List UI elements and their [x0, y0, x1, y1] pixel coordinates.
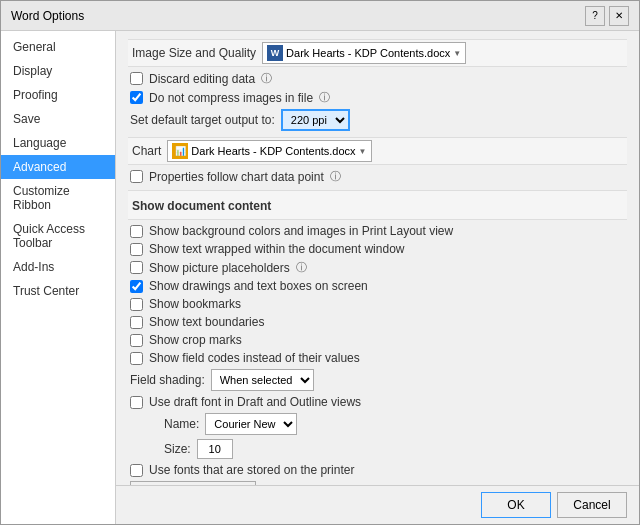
chart-doc-name: Dark Hearts - KDP Contents.docx: [191, 145, 355, 157]
discard-editing-row: Discard editing data ⓘ: [128, 71, 627, 86]
no-compress-info-icon: ⓘ: [319, 90, 330, 105]
dialog-title: Word Options: [11, 9, 84, 23]
show-placeholders-info-icon: ⓘ: [296, 260, 307, 275]
no-compress-checkbox[interactable]: [130, 91, 143, 104]
image-size-quality-group: Discard editing data ⓘ Do not compress i…: [128, 71, 627, 131]
content-scroll: Image Size and Quality W Dark Hearts - K…: [116, 31, 639, 485]
properties-follow-label: Properties follow chart data point: [149, 170, 324, 184]
field-shading-label: Field shading:: [130, 373, 205, 387]
word-options-dialog: Word Options ? ✕ General Display Proofin…: [0, 0, 640, 525]
show-placeholders-checkbox[interactable]: [130, 261, 143, 274]
show-doc-content-group: Show background colors and images in Pri…: [128, 224, 627, 485]
chart-header: Chart 📊 Dark Hearts - KDP Contents.docx …: [128, 137, 627, 165]
sidebar-item-add-ins[interactable]: Add-Ins: [1, 255, 115, 279]
dialog-footer: OK Cancel: [116, 485, 639, 524]
sidebar-item-save[interactable]: Save: [1, 107, 115, 131]
image-size-doc-dropdown[interactable]: W Dark Hearts - KDP Contents.docx ▼: [262, 42, 466, 64]
properties-info-icon: ⓘ: [330, 169, 341, 184]
show-drawings-checkbox[interactable]: [130, 280, 143, 293]
use-draft-font-checkbox[interactable]: [130, 396, 143, 409]
discard-editing-label: Discard editing data: [149, 72, 255, 86]
chart-doc-dropdown[interactable]: 📊 Dark Hearts - KDP Contents.docx ▼: [167, 140, 371, 162]
show-text-boundaries-label: Show text boundaries: [149, 315, 264, 329]
title-bar: Word Options ? ✕: [1, 1, 639, 31]
show-doc-content-label: Show document content: [132, 199, 271, 213]
show-drawings-label: Show drawings and text boxes on screen: [149, 279, 368, 293]
image-size-doc-name: Dark Hearts - KDP Contents.docx: [286, 47, 450, 59]
show-doc-content-header: Show document content: [128, 190, 627, 220]
properties-follow-checkbox[interactable]: [130, 170, 143, 183]
show-wrapped-row: Show text wrapped within the document wi…: [128, 242, 627, 256]
show-text-boundaries-row: Show text boundaries: [128, 315, 627, 329]
sidebar-item-proofing[interactable]: Proofing: [1, 83, 115, 107]
chart-section-label: Chart: [132, 144, 161, 158]
show-crop-marks-row: Show crop marks: [128, 333, 627, 347]
properties-follow-row: Properties follow chart data point ⓘ: [128, 169, 627, 184]
use-printer-fonts-label: Use fonts that are stored on the printer: [149, 463, 354, 477]
default-target-row: Set default target output to: 220 ppi 15…: [128, 109, 627, 131]
font-name-row: Name: Courier New: [128, 413, 627, 435]
show-bookmarks-label: Show bookmarks: [149, 297, 241, 311]
show-bookmarks-row: Show bookmarks: [128, 297, 627, 311]
chart-group: Properties follow chart data point ⓘ: [128, 169, 627, 184]
show-crop-marks-checkbox[interactable]: [130, 334, 143, 347]
sidebar-item-language[interactable]: Language: [1, 131, 115, 155]
show-crop-marks-label: Show crop marks: [149, 333, 242, 347]
show-placeholders-label: Show picture placeholders: [149, 261, 290, 275]
sidebar-item-general[interactable]: General: [1, 35, 115, 59]
help-button[interactable]: ?: [585, 6, 605, 26]
sidebar-item-trust-center[interactable]: Trust Center: [1, 279, 115, 303]
sidebar-item-customize-ribbon[interactable]: Customize Ribbon: [1, 179, 115, 217]
image-size-quality-header: Image Size and Quality W Dark Hearts - K…: [128, 39, 627, 67]
show-wrapped-label: Show text wrapped within the document wi…: [149, 242, 404, 256]
font-name-dropdown[interactable]: Courier New: [205, 413, 297, 435]
show-placeholders-row: Show picture placeholders ⓘ: [128, 260, 627, 275]
no-compress-row: Do not compress images in file ⓘ: [128, 90, 627, 105]
no-compress-label: Do not compress images in file: [149, 91, 313, 105]
font-size-input[interactable]: [197, 439, 233, 459]
field-shading-row: Field shading: When selected Always Neve…: [128, 369, 627, 391]
cancel-button[interactable]: Cancel: [557, 492, 627, 518]
word-icon-img: W: [267, 45, 283, 61]
sidebar-item-advanced[interactable]: Advanced: [1, 155, 115, 179]
use-printer-fonts-row: Use fonts that are stored on the printer: [128, 463, 627, 477]
sidebar-item-quick-access[interactable]: Quick Access Toolbar: [1, 217, 115, 255]
image-size-quality-label: Image Size and Quality: [132, 46, 256, 60]
ok-button[interactable]: OK: [481, 492, 551, 518]
show-field-codes-row: Show field codes instead of their values: [128, 351, 627, 365]
show-field-codes-checkbox[interactable]: [130, 352, 143, 365]
image-doc-arrow-icon: ▼: [453, 49, 461, 58]
show-field-codes-label: Show field codes instead of their values: [149, 351, 360, 365]
font-size-label: Size:: [164, 442, 191, 456]
chart-icon: 📊: [172, 143, 188, 159]
use-draft-font-row: Use draft font in Draft and Outline view…: [128, 395, 627, 409]
main-content: Image Size and Quality W Dark Hearts - K…: [116, 31, 639, 524]
show-drawings-row: Show drawings and text boxes on screen: [128, 279, 627, 293]
field-shading-dropdown[interactable]: When selected Always Never: [211, 369, 314, 391]
use-printer-fonts-checkbox[interactable]: [130, 464, 143, 477]
show-bg-label: Show background colors and images in Pri…: [149, 224, 453, 238]
show-text-boundaries-checkbox[interactable]: [130, 316, 143, 329]
title-bar-buttons: ? ✕: [585, 6, 629, 26]
font-name-label: Name:: [164, 417, 199, 431]
close-button[interactable]: ✕: [609, 6, 629, 26]
default-target-dropdown[interactable]: 220 ppi 150 ppi 96 ppi: [281, 109, 350, 131]
use-draft-font-label: Use draft font in Draft and Outline view…: [149, 395, 361, 409]
default-target-label: Set default target output to:: [130, 113, 275, 127]
show-bookmarks-checkbox[interactable]: [130, 298, 143, 311]
chart-doc-arrow-icon: ▼: [359, 147, 367, 156]
sidebar: General Display Proofing Save Language A…: [1, 31, 116, 524]
font-size-row: Size:: [128, 439, 627, 459]
sidebar-item-display[interactable]: Display: [1, 59, 115, 83]
show-wrapped-checkbox[interactable]: [130, 243, 143, 256]
show-bg-row: Show background colors and images in Pri…: [128, 224, 627, 238]
discard-editing-checkbox[interactable]: [130, 72, 143, 85]
show-bg-checkbox[interactable]: [130, 225, 143, 238]
dialog-body: General Display Proofing Save Language A…: [1, 31, 639, 524]
discard-info-icon: ⓘ: [261, 71, 272, 86]
